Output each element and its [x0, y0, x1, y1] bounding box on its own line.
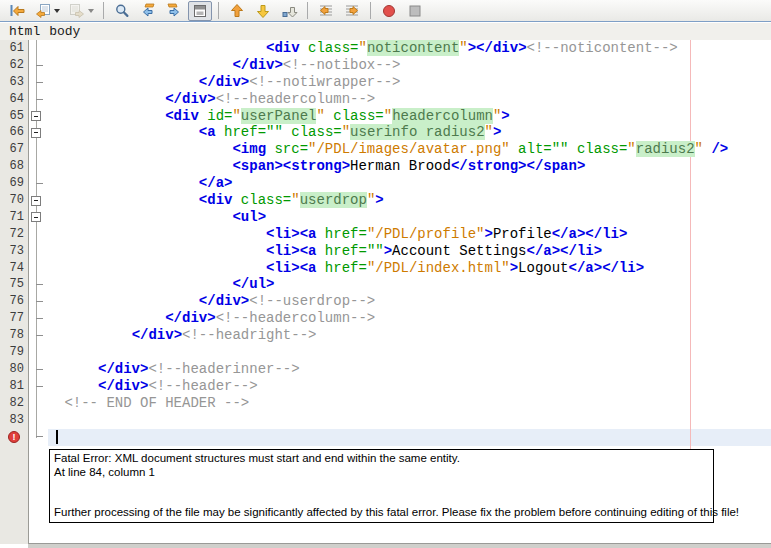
code-token: />	[703, 141, 728, 157]
fold-end-tick	[28, 91, 48, 108]
code-line-74[interactable]: <li><a href="/PDL/index.html">Logout</a>…	[48, 260, 771, 277]
line-number: 79	[0, 344, 24, 361]
code-token: <!--notibox-->	[283, 57, 401, 73]
code-line-75[interactable]: </ul>	[48, 276, 771, 293]
code-editor[interactable]: 6162636465666768697071727374757677787980…	[0, 40, 771, 548]
fold-collapse-box[interactable]	[28, 124, 48, 141]
code-token: <img	[232, 141, 274, 157]
fold-end-tick	[28, 276, 48, 293]
next-bookmark-button[interactable]	[251, 1, 275, 21]
fold-cell	[28, 344, 48, 361]
error-badge-icon[interactable]: !	[8, 431, 20, 443]
code-token: class=	[241, 192, 291, 208]
code-line-76[interactable]: </div><!--userdrop-->	[48, 293, 771, 310]
previous-bookmark-button[interactable]	[225, 1, 249, 21]
fold-collapse-box[interactable]	[28, 192, 48, 209]
find-next-button[interactable]	[162, 1, 186, 21]
code-token: "	[695, 141, 703, 157]
toolbar-separator	[370, 2, 371, 19]
code-line-64[interactable]: </div><!--headercolumn-->	[48, 91, 771, 108]
fold-cell	[28, 412, 48, 429]
code-line-63[interactable]: </div><!--notiwrapper-->	[48, 74, 771, 91]
code-token	[510, 141, 518, 157]
editor-toolbar	[0, 0, 771, 22]
code-token: headercolumn	[392, 108, 493, 124]
code-token: "	[485, 124, 493, 140]
code-token: <li><a	[266, 243, 325, 259]
code-line-66[interactable]: <a href="" class="userinfo radius2">	[48, 124, 771, 141]
code-token: <li><a	[266, 260, 325, 276]
code-token: Herman Brood	[350, 158, 451, 174]
code-line-77[interactable]: </div><!--headercolumn-->	[48, 310, 771, 327]
code-token: </div>	[98, 361, 148, 377]
code-line-79[interactable]	[48, 344, 771, 361]
fold-cell	[28, 40, 48, 57]
code-token: >	[485, 226, 493, 242]
code-line-73[interactable]: <li><a href="">Account Settings</a></li>	[48, 243, 771, 260]
breadcrumb-item-html[interactable]: html	[9, 24, 40, 39]
fold-end-tick	[28, 327, 48, 344]
code-token: ""	[266, 124, 283, 140]
toggle-highlight-search-button[interactable]	[188, 1, 212, 21]
horizontal-scrollbar[interactable]	[28, 543, 771, 548]
code-line-72[interactable]: <li><a href="/PDL/profile">Profile</a></…	[48, 226, 771, 243]
code-token: <!--headercolumn-->	[216, 91, 376, 107]
code-line-82[interactable]: <!-- END OF HEADER -->	[48, 395, 771, 412]
code-lines: <div class="noticontent"></div><!--notic…	[48, 40, 771, 445]
code-token: src=	[274, 141, 308, 157]
code-token: </strong></span>	[451, 158, 585, 174]
fold-end-tick	[28, 74, 48, 91]
last-edit-location-button[interactable]	[5, 1, 29, 21]
breadcrumb-item-body[interactable]: body	[49, 24, 80, 39]
code-line-81[interactable]: </div><!--header-->	[48, 378, 771, 395]
line-number: 76	[0, 293, 24, 310]
code-line-62[interactable]: </div><!--notibox-->	[48, 57, 771, 74]
code-line-65[interactable]: <div id="userPanel" class="headercolumn"…	[48, 108, 771, 125]
code-token: href=	[325, 226, 367, 242]
forward-button[interactable]	[65, 1, 97, 21]
stop-macro-recording-button[interactable]	[403, 1, 427, 21]
find-previous-button[interactable]	[136, 1, 160, 21]
code-line-84[interactable]	[48, 428, 771, 445]
code-token: </div>	[98, 378, 148, 394]
start-macro-recording-button[interactable]	[377, 1, 401, 21]
code-token: href=	[224, 124, 266, 140]
code-token: "/PDL/profile"	[367, 226, 485, 242]
code-token: ""	[552, 141, 569, 157]
code-token: userdrop	[300, 192, 367, 208]
code-token: ></div>	[468, 40, 527, 56]
code-token: <!-- END OF HEADER -->	[64, 395, 249, 411]
line-number: 77	[0, 310, 24, 327]
code-line-68[interactable]: <span><strong>Herman Brood</strong></spa…	[48, 158, 771, 175]
back-button[interactable]	[31, 1, 63, 21]
shift-line-left-button[interactable]	[314, 1, 338, 21]
code-line-71[interactable]: <ul>	[48, 209, 771, 226]
code-token: <div	[165, 108, 207, 124]
find-selection-button[interactable]	[110, 1, 134, 21]
highlight-search-icon	[192, 3, 208, 19]
line-number: 70	[0, 192, 24, 209]
code-token: </a></li>	[569, 260, 645, 276]
code-token: class=	[333, 108, 383, 124]
code-line-67[interactable]: <img src="/PDL/images/avatar.png" alt=""…	[48, 141, 771, 158]
text-caret	[56, 430, 58, 444]
code-token: "/PDL/index.html"	[367, 260, 510, 276]
code-token: class=	[308, 40, 358, 56]
fold-collapse-box[interactable]	[28, 209, 48, 226]
code-line-83[interactable]	[48, 412, 771, 429]
code-line-78[interactable]: </div><!--headright-->	[48, 327, 771, 344]
fold-end-tick	[28, 378, 48, 395]
code-line-80[interactable]: </div><!--headerinner-->	[48, 361, 771, 378]
fold-collapse-box[interactable]	[28, 108, 48, 125]
line-number: 83	[0, 412, 24, 429]
code-line-61[interactable]: <div class="noticontent"></div><!--notic…	[48, 40, 771, 57]
code-line-70[interactable]: <div class="userdrop">	[48, 192, 771, 209]
line-number: 68	[0, 158, 24, 175]
code-token: </a></li>	[527, 243, 603, 259]
code-token: >	[375, 192, 383, 208]
code-token: href=	[325, 243, 367, 259]
error-location: At line 84, column 1	[54, 466, 709, 480]
shift-line-right-button[interactable]	[340, 1, 364, 21]
toggle-bookmark-button[interactable]	[277, 1, 301, 21]
code-line-69[interactable]: </a>	[48, 175, 771, 192]
